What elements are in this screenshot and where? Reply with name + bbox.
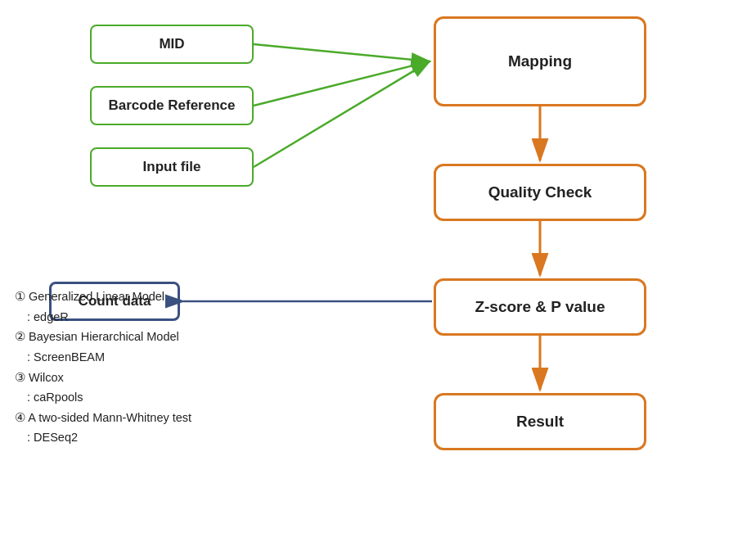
list-item-4: : ScreenBEAM xyxy=(15,347,191,368)
list-area: ① Generalized Linear Model : edgeR ② Bay… xyxy=(15,287,191,448)
list-item-6: : caRpools xyxy=(15,387,191,408)
list-item-7: ④ A two-sided Mann-Whitney test xyxy=(15,408,191,428)
barcode-box: Barcode Reference xyxy=(90,86,254,125)
quality-check-box: Quality Check xyxy=(434,164,646,221)
diagram-container: MID Barcode Reference Input file Mapping… xyxy=(0,0,756,533)
inputfile-box: Input file xyxy=(90,147,254,187)
mid-box: MID xyxy=(90,25,254,64)
list-item-3: ② Bayesian Hierarchical Model xyxy=(15,327,191,347)
list-item-1: ① Generalized Linear Model xyxy=(15,287,191,307)
svg-line-3 xyxy=(254,44,430,61)
list-item-8: : DESeq2 xyxy=(15,427,191,448)
list-item-5: ③ Wilcox xyxy=(15,368,191,388)
zscore-box: Z-score & P value xyxy=(434,278,646,336)
mapping-box: Mapping xyxy=(434,16,646,106)
result-box: Result xyxy=(434,393,646,450)
list-item-2: : edgeR xyxy=(15,307,191,327)
svg-line-5 xyxy=(254,61,430,167)
svg-line-4 xyxy=(254,61,430,106)
